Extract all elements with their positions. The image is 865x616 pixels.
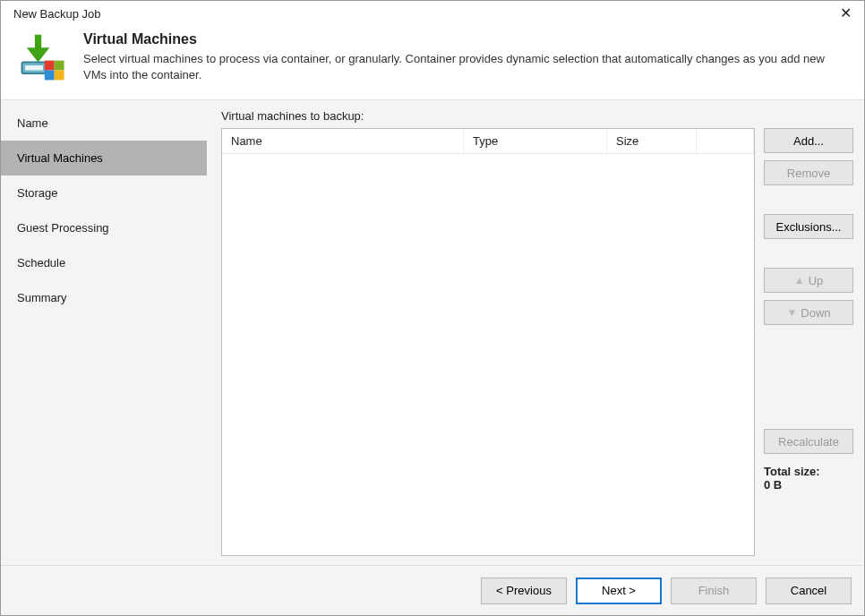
vm-backup-icon [17, 31, 69, 83]
step-storage[interactable]: Storage [1, 175, 207, 210]
wizard-header: Virtual Machines Select virtual machines… [1, 22, 864, 99]
step-guest-processing[interactable]: Guest Processing [1, 210, 207, 245]
move-up-button: ▲ Up [764, 268, 853, 293]
cancel-button[interactable]: Cancel [766, 578, 852, 604]
step-schedule[interactable]: Schedule [1, 245, 207, 280]
remove-button: Remove [764, 160, 853, 185]
header-text: Virtual Machines Select virtual machines… [83, 31, 848, 82]
page-title: Virtual Machines [83, 31, 848, 47]
wizard-window: New Backup Job ✕ Virtual Machines Select… [0, 0, 865, 616]
previous-button[interactable]: < Previous [481, 578, 567, 604]
recalculate-button: Recalculate [764, 429, 853, 454]
move-down-button: ▼ Down [764, 300, 853, 325]
col-header-size[interactable]: Size [607, 129, 697, 153]
step-virtual-machines[interactable]: Virtual Machines [1, 141, 207, 175]
add-button[interactable]: Add... [764, 128, 853, 153]
arrow-down-icon: ▼ [786, 306, 797, 319]
window-title: New Backup Job [13, 7, 101, 21]
total-size-label: Total size: [764, 465, 820, 478]
wizard-steps: Name Virtual Machines Storage Guest Proc… [1, 100, 207, 565]
svg-rect-2 [45, 61, 55, 71]
main-panel: Virtual machines to backup: Name Type Si… [207, 100, 864, 565]
move-up-label: Up [809, 274, 824, 287]
next-button[interactable]: Next > [576, 578, 662, 604]
svg-rect-4 [45, 71, 55, 81]
finish-button: Finish [671, 578, 757, 604]
step-name[interactable]: Name [1, 106, 207, 141]
col-header-type[interactable]: Type [464, 129, 607, 153]
wizard-footer: < Previous Next > Finish Cancel [1, 565, 864, 615]
move-down-label: Down [801, 306, 830, 320]
arrow-up-icon: ▲ [794, 274, 805, 287]
col-header-spacer [697, 129, 754, 153]
close-icon[interactable]: ✕ [836, 6, 855, 21]
side-buttons: Add... Remove Exclusions... ▲ Up ▼ Down … [764, 128, 853, 556]
content-row: Name Type Size Add... Remove Exclusions.… [221, 128, 853, 556]
svg-rect-1 [25, 65, 43, 70]
total-size-value: 0 B [764, 478, 853, 492]
vm-list-label: Virtual machines to backup: [221, 109, 853, 123]
table-body[interactable] [222, 154, 754, 555]
vm-table[interactable]: Name Type Size [221, 128, 755, 556]
step-summary[interactable]: Summary [1, 280, 207, 315]
svg-rect-3 [55, 61, 64, 71]
page-description: Select virtual machines to process via c… [83, 51, 848, 82]
col-header-name[interactable]: Name [222, 129, 464, 153]
total-size: Total size: 0 B [764, 465, 853, 492]
wizard-body: Name Virtual Machines Storage Guest Proc… [1, 99, 864, 565]
table-header: Name Type Size [222, 129, 754, 154]
titlebar: New Backup Job ✕ [1, 1, 864, 22]
exclusions-button[interactable]: Exclusions... [764, 214, 853, 239]
svg-rect-5 [55, 71, 64, 81]
